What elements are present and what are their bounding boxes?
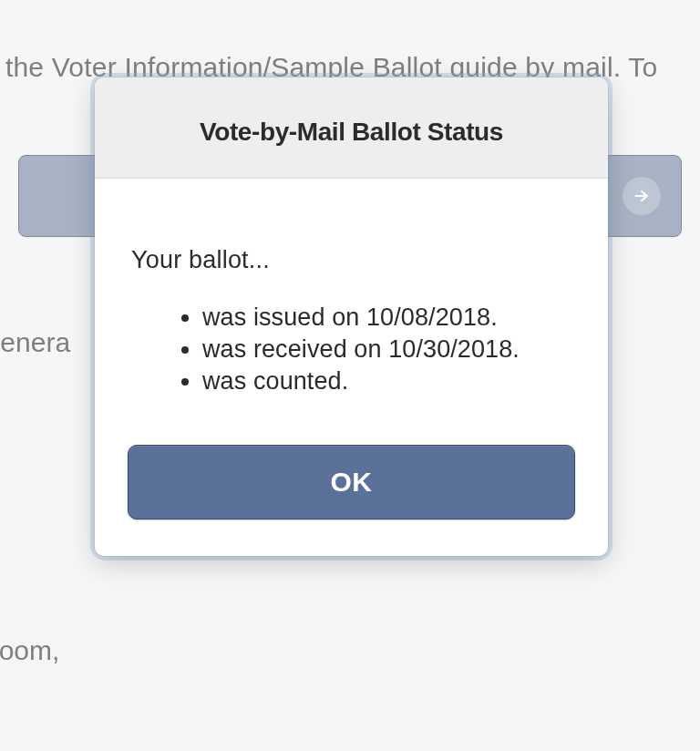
ballot-status-list: was issued on 10/08/2018. was received o…	[131, 302, 571, 397]
list-item: was counted.	[202, 365, 571, 397]
bg-label-general: Genera	[0, 323, 70, 363]
modal-intro-text: Your ballot...	[131, 246, 571, 274]
arrow-right-icon	[623, 177, 661, 215]
modal-dialog: Vote-by-Mail Ballot Status Your ballot..…	[95, 77, 608, 556]
modal-footer: OK	[95, 445, 608, 556]
modal-body: Your ballot... was issued on 10/08/2018.…	[95, 179, 608, 445]
ok-button[interactable]: OK	[128, 445, 575, 520]
modal-title: Vote-by-Mail Ballot Status	[113, 118, 590, 147]
list-item: was received on 10/30/2018.	[202, 334, 571, 365]
modal-header: Vote-by-Mail Ballot Status	[95, 77, 608, 179]
bg-label-room: Room,	[0, 631, 59, 671]
list-item: was issued on 10/08/2018.	[202, 302, 571, 334]
